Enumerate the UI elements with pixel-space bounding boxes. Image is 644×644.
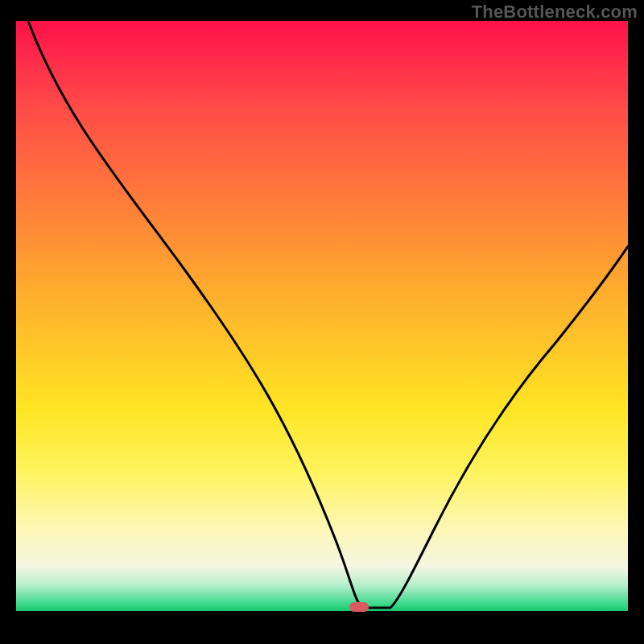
bottleneck-curve xyxy=(16,21,628,628)
optimal-point-marker xyxy=(349,602,369,612)
chart-frame: TheBottleneck.com xyxy=(0,0,644,644)
watermark-text: TheBottleneck.com xyxy=(472,2,638,23)
plot-area xyxy=(16,21,628,628)
curve-path xyxy=(28,21,628,608)
